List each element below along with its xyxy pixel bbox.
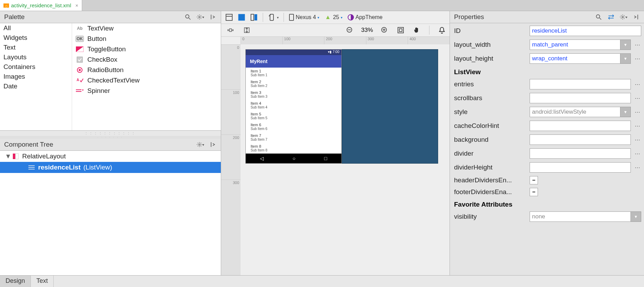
dropdown-icon[interactable]: ▼ [620, 53, 631, 64]
search-icon[interactable] [184, 13, 192, 21]
more-icon[interactable]: ⋯ [634, 95, 641, 102]
designer-sub-toolbar: 33% [221, 24, 450, 37]
file-tab[interactable]: ◇ activity_residence_list.xml × [0, 0, 82, 11]
tab-text[interactable]: Text [31, 276, 54, 287]
more-icon[interactable]: ⋯ [634, 81, 641, 88]
palette-item-spinner[interactable]: Spinner [72, 86, 221, 96]
palette-item-checkedtextview[interactable]: ACheckedTextView [72, 75, 221, 86]
palette-cat[interactable]: Date [0, 81, 72, 91]
gear-icon[interactable]: ▾ [620, 13, 627, 21]
prop-visibility-input[interactable] [530, 211, 631, 222]
zoom-out-icon[interactable] [345, 25, 355, 35]
spinner-icon [76, 88, 84, 94]
tree-node-relativelayout[interactable]: ▼ RelativeLayout [0, 151, 221, 162]
palette-cat[interactable]: All [0, 23, 72, 33]
more-icon[interactable]: ⋯ [634, 109, 641, 115]
properties-header: Properties ▾ [450, 11, 644, 23]
palette-cat[interactable]: Containers [0, 62, 72, 72]
palette-categories: All Widgets Text Layouts Containers Imag… [0, 23, 72, 130]
checkedtextview-icon: A [76, 77, 84, 84]
palette-item-radiobutton[interactable]: RadioButton [72, 65, 221, 75]
prop-cachecolorhint-input[interactable] [530, 121, 631, 131]
notifications-icon[interactable] [437, 25, 447, 35]
default-margins-icon[interactable] [242, 26, 252, 35]
more-icon[interactable]: ⋯ [634, 150, 641, 157]
preview-navbar: ◁○□ [246, 154, 341, 163]
checkbox-icon [76, 56, 84, 63]
view-design-icon[interactable] [224, 12, 234, 22]
palette-item-textview[interactable]: AbTextView [72, 23, 221, 34]
zoom-fit-icon[interactable] [396, 26, 406, 35]
prop-layoutheight-input[interactable] [530, 53, 620, 64]
svg-rect-18 [16, 154, 18, 159]
svg-rect-24 [238, 14, 245, 20]
prop-dividerheight-input[interactable] [530, 162, 631, 173]
palette-cat[interactable]: Widgets [0, 33, 72, 43]
zoom-in-icon[interactable] [379, 25, 390, 35]
togglebutton-icon [76, 46, 84, 52]
gear-icon[interactable]: ▾ [197, 141, 204, 148]
listview-icon [28, 165, 35, 170]
svg-line-3 [189, 18, 191, 20]
prop-style-input[interactable] [530, 107, 620, 117]
preview-listview[interactable]: Item 1Sub Item 1Item 2Sub Item 2Item 3Su… [246, 68, 341, 154]
more-icon[interactable]: ⋯ [634, 123, 641, 129]
properties-title: Properties [454, 13, 484, 21]
tree-node-residencelist[interactable]: residenceList (ListView) [0, 162, 221, 173]
prop-divider-input[interactable] [530, 148, 631, 159]
svg-point-44 [622, 16, 623, 18]
dock-right-icon[interactable] [632, 13, 640, 21]
dropdown-icon[interactable]: ▼ [620, 40, 631, 50]
prop-label-layoutheight: layout_height [454, 55, 527, 62]
dropdown-icon[interactable]: ▼ [620, 107, 631, 117]
prop-label-id: ID [454, 27, 527, 35]
swap-arrows-icon[interactable] [607, 13, 615, 21]
tab-design[interactable]: Design [0, 276, 31, 287]
close-icon[interactable]: × [75, 3, 78, 8]
palette-item-button[interactable]: OKButton [72, 34, 221, 44]
component-tree-title: Component Tree [4, 141, 53, 148]
more-icon[interactable]: ⋯ [634, 55, 641, 62]
view-both-icon[interactable] [249, 12, 259, 22]
theme-selector[interactable]: AppTheme [346, 13, 384, 22]
device-preview[interactable]: ▾▮ 7:00 MyRent Item 1Sub Item 1Item 2Sub… [245, 49, 342, 164]
blueprint-preview[interactable] [342, 49, 438, 164]
palette-cat[interactable]: Images [0, 72, 72, 81]
search-icon[interactable] [595, 13, 602, 21]
pan-icon[interactable] [412, 25, 421, 35]
autoconnect-icon[interactable] [225, 26, 236, 34]
view-blueprint-icon[interactable] [236, 12, 247, 22]
prop-label-scrollbars: scrollbars [454, 94, 527, 102]
textview-icon: Ab [76, 25, 84, 32]
more-icon[interactable]: ⋯ [634, 164, 641, 171]
splitter-grip[interactable]: : : : : : : : [0, 136, 221, 139]
palette-item-togglebutton[interactable]: ToggleButton [72, 44, 221, 54]
design-canvas[interactable]: 0 100 200 300 400 0 100 200 300 ▾▮ 7:00 … [221, 37, 450, 275]
prop-background-input[interactable] [530, 134, 631, 145]
palette-item-checkbox[interactable]: CheckBox [72, 54, 221, 65]
prop-id-input[interactable] [530, 26, 641, 36]
svg-point-4 [199, 16, 200, 18]
prop-scrollbars-input[interactable] [530, 93, 631, 103]
svg-rect-41 [399, 29, 402, 32]
orientation-icon[interactable]: ▾ [267, 12, 280, 22]
palette-cat[interactable]: Layouts [0, 52, 72, 62]
palette-cat[interactable]: Text [0, 43, 72, 52]
file-tab-name: activity_residence_list.xml [11, 2, 71, 8]
device-selector[interactable]: Nexus 4 ▾ [287, 12, 321, 22]
prop-headerdividers-check[interactable]: − [530, 176, 538, 184]
prop-layoutwidth-input[interactable] [530, 40, 620, 50]
dropdown-icon[interactable]: ▼ [631, 211, 641, 222]
expand-icon[interactable]: ▼ [5, 153, 9, 160]
dock-icon[interactable] [209, 141, 217, 148]
prop-entries-input[interactable] [530, 79, 631, 89]
dock-icon[interactable] [209, 13, 217, 21]
more-icon[interactable]: ⋯ [634, 42, 641, 48]
palette-items: AbTextView OKButton ToggleButton CheckBo… [72, 23, 221, 130]
component-tree-header: Component Tree ▾ [0, 139, 221, 151]
api-selector[interactable]: 25 ▾ [323, 12, 344, 22]
more-icon[interactable]: ⋯ [634, 137, 641, 143]
prop-footerdividers-check[interactable]: − [530, 188, 538, 196]
svg-rect-29 [270, 14, 273, 20]
gear-icon[interactable]: ▾ [197, 13, 204, 21]
